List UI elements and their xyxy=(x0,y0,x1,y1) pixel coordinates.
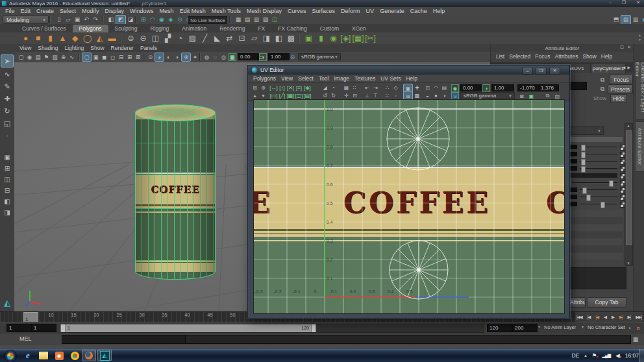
coffee-can-model[interactable]: COFFEE xyxy=(135,104,216,280)
copy-uv-values-icon[interactable]: [▭] xyxy=(269,91,278,99)
network-icon[interactable]: ▂▄▆ xyxy=(602,353,610,358)
menu-item[interactable]: File xyxy=(5,8,15,14)
copy-tab-button[interactable]: Copy Tab xyxy=(587,297,626,308)
smooth-icon[interactable]: ◔ xyxy=(174,33,186,44)
all-lights-icon[interactable]: ◻ xyxy=(108,53,117,61)
playback-end-field[interactable]: 120 xyxy=(487,324,512,332)
extract-icon[interactable]: ◫ xyxy=(149,33,162,44)
uv-menu-item[interactable]: Select xyxy=(298,75,314,82)
uv-gamma-field[interactable]: 1.00 xyxy=(491,84,514,91)
wireframe-mode-icon[interactable]: ▢ xyxy=(82,53,92,62)
ao-display-icon[interactable]: ⊗ xyxy=(181,53,191,62)
redo-icon[interactable]: ↷ xyxy=(91,16,100,24)
uv-lattice-tool-icon[interactable]: ⊞ xyxy=(251,84,259,91)
menu-item[interactable]: Curves xyxy=(288,8,306,14)
paint-select-tool-icon[interactable]: ✎ xyxy=(1,80,13,92)
uv-menu-item[interactable]: Polygons xyxy=(253,75,276,82)
uv-editor-canvas[interactable]: EE COFFEE CO -0.3-0.2-0.100.10.20.30.40.… xyxy=(253,99,565,314)
uv-coord-u-field[interactable]: -1.070 xyxy=(517,84,539,91)
automatic-map-icon[interactable]: [◈] xyxy=(340,33,352,44)
screen-space-ao-icon[interactable]: ⊞ xyxy=(125,53,134,61)
unfold-uvs-icon[interactable]: [◈] xyxy=(303,84,312,91)
animation-end-field[interactable]: 200 xyxy=(512,324,538,332)
cycle-uvs-icon[interactable]: [▤] xyxy=(303,91,312,99)
shelf-tab[interactable]: Polygons xyxy=(73,25,108,32)
rotate-uvs-ccw-icon[interactable]: ◔ xyxy=(329,84,338,91)
new-scene-icon[interactable]: ▯ xyxy=(55,16,64,24)
bridge-icon[interactable]: ⇄ xyxy=(223,33,236,44)
go-to-end-icon[interactable]: ▶▶| xyxy=(636,315,641,320)
shelf-tab[interactable]: FX Caching xyxy=(271,25,313,32)
taskbar-explorer-button[interactable] xyxy=(36,350,51,361)
menu-item[interactable]: Mesh Tools xyxy=(212,8,241,14)
uv-snapshot-icon[interactable]: ◢ xyxy=(321,84,329,91)
layout-two-side-icon[interactable]: ◫ xyxy=(1,174,13,184)
tab-polycylinder[interactable]: polyCylinder1 xyxy=(591,63,626,73)
layout-three-pane-icon[interactable]: ◧ xyxy=(1,196,13,206)
paste-v-value-icon[interactable]: [◫] xyxy=(295,91,303,99)
uv-editor-window[interactable]: UV Editor – ❒ ✕ PolygonsViewSelectToolIm… xyxy=(247,65,570,319)
rotate-ccw-icon[interactable]: ↺ xyxy=(321,91,329,99)
uv-close-button[interactable]: ✕ xyxy=(549,67,560,75)
spread-out-icon[interactable]: ∷ xyxy=(383,91,391,99)
range-slider-track[interactable]: 1 120 xyxy=(60,324,484,333)
panel-menu-item[interactable]: View xyxy=(19,45,31,51)
last-tool-icon[interactable]: · xyxy=(1,130,13,141)
grid-uvs-icon[interactable]: ▦ xyxy=(342,84,351,91)
uv-menu-item[interactable]: Tool xyxy=(319,75,329,82)
rotate-cw-icon[interactable]: ↻ xyxy=(329,91,338,99)
range-start-handle[interactable] xyxy=(60,324,66,332)
shadows-icon[interactable]: ⊟ xyxy=(117,53,125,61)
paste-u-value-icon[interactable]: [▦] xyxy=(286,91,295,99)
uv-editor-shelf-icon[interactable]: [▦] xyxy=(352,33,364,44)
close-panel-icon[interactable]: ✕ xyxy=(627,45,631,50)
planar-map-icon[interactable]: ▣ xyxy=(303,33,315,44)
snap-grid-icon[interactable]: ⊞ xyxy=(139,16,148,24)
command-input-field[interactable] xyxy=(62,335,186,344)
ae-collapsed-section[interactable] xyxy=(569,246,623,252)
menu-item[interactable]: UV xyxy=(366,8,375,14)
insert-edge-loop-icon[interactable]: ◨ xyxy=(260,33,273,44)
menu-item[interactable]: Edit xyxy=(21,8,31,14)
poly-sphere-icon[interactable]: ● xyxy=(19,33,32,44)
step-forward-frame-icon[interactable]: ▶| xyxy=(628,315,631,320)
menu-item[interactable]: Cache xyxy=(410,8,427,14)
shelf-tab[interactable]: Custom xyxy=(314,25,345,32)
snap-to-pixels-icon[interactable]: ∷ xyxy=(351,84,359,91)
volume-icon[interactable]: ◀● xyxy=(615,352,620,359)
colorspace-dropdown[interactable]: sRGB gamma▼ xyxy=(298,53,341,60)
cylindrical-map-icon[interactable]: ▮ xyxy=(315,33,327,44)
taskbar-maya-button[interactable]: ◭ xyxy=(97,350,112,361)
align-max-v-icon[interactable]: ⊤ xyxy=(371,91,380,99)
go-to-start-icon[interactable]: |◀◀ xyxy=(576,315,582,320)
shelf-tab[interactable]: Animation xyxy=(175,25,213,32)
select-object-icon[interactable]: ◩ xyxy=(116,15,126,25)
uv-menu-item[interactable]: Help xyxy=(406,75,417,82)
lock-camera-icon[interactable]: ◉ xyxy=(25,53,34,61)
poly-cube-icon[interactable]: ■ xyxy=(32,33,44,44)
render-view-icon[interactable]: ◫ xyxy=(270,16,279,24)
poly-pyramid-icon[interactable]: ◭ xyxy=(93,33,106,44)
taskbar-media-button[interactable]: ◉ xyxy=(52,350,66,361)
menu-item[interactable]: Select xyxy=(60,8,76,14)
textured-mode-icon[interactable]: ◼ xyxy=(100,53,108,61)
isolate-select-icon[interactable]: ◍ xyxy=(203,53,211,61)
shelf-scroll-spinner[interactable]: ▲▼ xyxy=(638,33,641,42)
shelf-tab[interactable]: Rigging xyxy=(144,25,176,32)
attribute-editor-vertical-tab[interactable]: Attribute Editor xyxy=(635,121,644,172)
texture-display-icon[interactable]: ◕ xyxy=(155,53,164,62)
paste-uv-values-icon[interactable]: [╱] xyxy=(278,91,286,99)
animation-preferences-icon[interactable]: ¤ xyxy=(634,324,643,332)
select-hierarchy-icon[interactable]: ◧ xyxy=(106,16,116,24)
shade-uvs-icon[interactable]: ▩ xyxy=(413,91,421,99)
tray-expand-icon[interactable]: ▴ xyxy=(584,353,587,358)
anti-alias-icon[interactable]: ✦ xyxy=(191,53,199,61)
oscillate-icon[interactable]: ∿ xyxy=(68,53,76,61)
rotate-tool-icon[interactable]: ↻ xyxy=(1,105,13,117)
exposure-field[interactable]: 0.00 xyxy=(238,53,259,60)
xray-icon[interactable]: ◌ xyxy=(211,53,219,61)
modeling-toolkit-icon[interactable]: ⬒ xyxy=(612,16,621,24)
separate-icon[interactable]: ⊝ xyxy=(137,33,149,44)
menu-item[interactable]: Deform xyxy=(341,8,360,14)
cut-sew-uv-icon[interactable]: [✂] xyxy=(364,33,377,44)
